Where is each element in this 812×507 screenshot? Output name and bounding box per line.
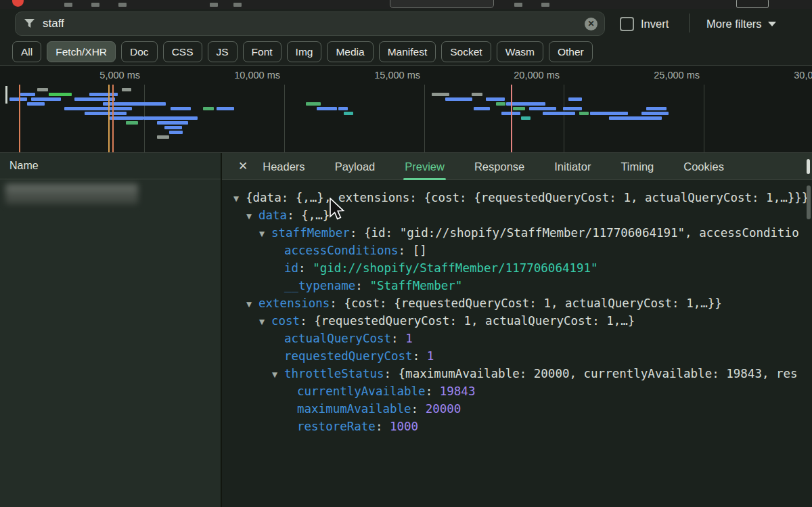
expand-arrow-icon[interactable]: ▼	[272, 366, 284, 382]
token-key: maximumAvailable	[297, 402, 411, 416]
mouse-cursor	[329, 198, 345, 225]
preview-line[interactable]: ▼{data: {,…}, extensions: {cost: {reques…	[233, 189, 812, 206]
filter-chip-wasm[interactable]: Wasm	[497, 41, 543, 62]
network-filter-input[interactable]: staff ✕	[15, 12, 605, 36]
filter-chip-socket[interactable]: Socket	[441, 41, 491, 62]
timeline-event-line	[108, 85, 110, 152]
filter-funnel-icon	[24, 19, 35, 28]
filter-chip-img[interactable]: Img	[287, 41, 322, 62]
toolbar-icon[interactable]	[118, 3, 127, 7]
preview-line[interactable]: id: "gid://shopify/StaffMember/117706064…	[233, 259, 812, 277]
token-num: 19843	[440, 384, 476, 398]
preview-line[interactable]: ▼data: {,…}	[233, 206, 812, 224]
tab-preview[interactable]: Preview	[405, 153, 445, 180]
tabbar-scroll-thumb[interactable]	[807, 159, 810, 174]
preview-line[interactable]: restoreRate: 1000	[233, 418, 812, 435]
filter-chips: AllFetch/XHRDocCSSJSFontImgMediaManifest…	[0, 39, 812, 65]
waterfall-bar	[122, 88, 131, 91]
preview-line[interactable]: ▼cost: {requestedQueryCost: 1, actualQue…	[233, 312, 812, 330]
expand-arrow-icon[interactable]: ▼	[233, 190, 246, 206]
toolbar-icon[interactable]	[514, 3, 522, 7]
waterfall-bar	[157, 121, 188, 125]
tab-timing[interactable]: Timing	[621, 153, 654, 180]
waterfall-bar	[64, 107, 132, 110]
clear-filter-icon[interactable]: ✕	[585, 18, 597, 30]
toolbar-icon[interactable]	[64, 3, 72, 7]
filter-chip-js[interactable]: JS	[208, 41, 238, 62]
waterfall-bar	[496, 102, 505, 106]
tab-headers[interactable]: Headers	[263, 153, 304, 180]
filter-chip-media[interactable]: Media	[327, 41, 373, 62]
expand-arrow-icon[interactable]: ▼	[246, 295, 258, 312]
token-key: throttleStatus	[284, 367, 384, 380]
preview-line[interactable]: ▼extensions: {cost: {requestedQueryCost:…	[233, 294, 812, 312]
toolbar-icon[interactable]	[210, 3, 218, 7]
filter-chip-doc[interactable]: Doc	[121, 41, 158, 62]
token-key: restoreRate	[297, 420, 376, 433]
token-num: 1	[405, 332, 413, 345]
token-plain: :	[413, 349, 427, 363]
more-filters-label: More filters	[706, 18, 762, 30]
token-plain: :	[391, 332, 405, 345]
more-filters-button[interactable]: More filters	[706, 15, 776, 32]
preview-line[interactable]: ▼staffMember: {id: "gid://shopify/StaffM…	[233, 224, 812, 242]
waterfall-bar	[37, 88, 48, 91]
timeline-tick-label: 10,000 ms	[234, 70, 280, 81]
devtools-network-panel: staff ✕ Invert More filters AllFetch/XHR…	[0, 0, 812, 507]
waterfall-bar	[432, 93, 449, 96]
record-button[interactable]	[12, 0, 24, 7]
preview-line[interactable]: actualQueryCost: 1	[233, 330, 812, 347]
preview-line[interactable]: maximumAvailable: 20000	[233, 400, 812, 418]
expand-arrow-icon[interactable]: ▼	[259, 313, 271, 330]
toolbar-control[interactable]	[736, 0, 769, 8]
token-key: actualQueryCost	[284, 332, 391, 345]
filter-chip-fetch-xhr[interactable]: Fetch/XHR	[47, 41, 116, 62]
expand-arrow-icon[interactable]: ▼	[259, 225, 271, 242]
waterfall-bar	[338, 107, 348, 110]
detail-tabbar: ✕ HeadersPayloadPreviewResponseInitiator…	[222, 153, 812, 180]
timeline-overview[interactable]: 5,000 ms10,000 ms15,000 ms20,000 ms25,00…	[0, 65, 812, 153]
timeline-gridline	[284, 85, 285, 152]
name-column-header[interactable]: Name	[0, 153, 221, 179]
filter-chip-manifest[interactable]: Manifest	[379, 41, 436, 62]
token-key: accessConditions	[284, 244, 399, 257]
token-str: "gid://shopify/StaffMember/117706064191"	[313, 261, 597, 275]
token-plain: :	[426, 384, 440, 398]
throttling-select[interactable]	[390, 0, 494, 8]
preview-line[interactable]: __typename: "StaffMember"	[233, 277, 812, 294]
preview-line[interactable]: currentlyAvailable: 19843	[233, 382, 812, 400]
tab-payload[interactable]: Payload	[335, 153, 376, 180]
waterfall-bar	[20, 93, 35, 96]
preview-line[interactable]: ▼throttleStatus: {maximumAvailable: 2000…	[233, 365, 812, 382]
preview-scrollbar[interactable]	[807, 185, 811, 219]
timeline-event-line	[112, 85, 114, 152]
tab-cookies[interactable]: Cookies	[683, 153, 724, 180]
invert-filter[interactable]: Invert	[620, 15, 669, 32]
waterfall-bar	[563, 107, 582, 110]
filter-chip-font[interactable]: Font	[243, 41, 281, 62]
toolbar-icon[interactable]	[233, 3, 242, 7]
close-icon[interactable]: ✕	[238, 159, 248, 173]
preview-line[interactable]: accessConditions: []	[233, 242, 812, 259]
toolbar-icon[interactable]	[541, 3, 549, 7]
waterfall-bar	[472, 93, 482, 96]
request-row-redacted[interactable]	[5, 184, 138, 204]
timeline-handle[interactable]	[5, 86, 7, 104]
timeline-gridline	[564, 85, 564, 152]
waterfall-bar	[85, 112, 127, 115]
timeline-tick-label: 30,000 ms	[794, 70, 812, 81]
tab-initiator[interactable]: Initiator	[554, 153, 591, 180]
filter-chip-all[interactable]: All	[12, 41, 41, 62]
invert-checkbox[interactable]	[620, 17, 634, 31]
token-plain: :	[411, 402, 426, 416]
toolbar-icon[interactable]	[91, 3, 99, 7]
filter-chip-other[interactable]: Other	[549, 41, 593, 62]
waterfall-bar	[31, 97, 61, 101]
expand-arrow-icon[interactable]: ▼	[246, 207, 258, 224]
preview-line[interactable]: requestedQueryCost: 1	[233, 347, 812, 365]
filter-chip-css[interactable]: CSS	[163, 41, 202, 62]
tab-response[interactable]: Response	[474, 153, 524, 180]
token-num: 1	[427, 349, 434, 363]
token-plain: :	[376, 420, 390, 433]
timeline-gridline	[424, 85, 425, 152]
